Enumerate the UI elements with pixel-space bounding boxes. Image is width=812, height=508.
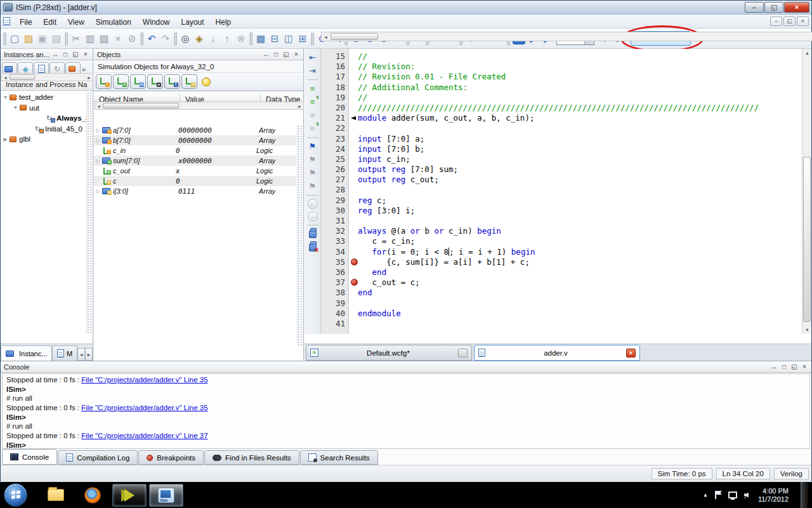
code-line-33[interactable]: 33 c = c_in; — [321, 236, 802, 246]
start-button[interactable] — [4, 483, 27, 507]
object-row-i30[interactable]: ▷Wi[3:0]0111Array — [94, 186, 296, 196]
float-window-icon[interactable]: ⊞ — [296, 32, 310, 46]
code-line-38[interactable]: 38end — [321, 288, 802, 298]
code-line-29[interactable]: 29reg c; — [321, 196, 802, 206]
object-row-c_out[interactable]: Oc_outxLogic — [94, 166, 296, 176]
stop-pan-icon[interactable] — [306, 241, 319, 254]
simulation-time-clock-icon[interactable] — [202, 77, 211, 86]
code-line-15[interactable]: 15// — [321, 51, 802, 62]
tab-default-wcfg-[interactable]: ≈Default.wcfg*× — [306, 345, 472, 361]
tab-instanc[interactable]: Instanc... — [1, 345, 52, 361]
object-row-sum70[interactable]: ▷Osum[7:0]x0000000Array — [94, 156, 296, 166]
prev-tab-button[interactable]: ◄ — [77, 348, 85, 361]
tray-expand-icon[interactable]: ▲ — [703, 492, 708, 498]
code-line-34[interactable]: 34 for(i = 0; i < 8; i = i + 1) begin — [321, 247, 802, 257]
indent-icon[interactable]: ⇥ — [306, 64, 319, 77]
code-line-21[interactable]: 21module adder(sum, c_out, a, b, c_in); — [321, 113, 802, 123]
copy-icon[interactable]: ▥ — [83, 32, 97, 46]
show-desktop-button[interactable] — [801, 482, 808, 508]
filter-inout-button[interactable]: I/O — [130, 74, 146, 89]
float-panel-icon[interactable]: ◱ — [72, 51, 79, 58]
navigate-back-icon[interactable]: ← — [308, 199, 318, 209]
object-row-a70[interactable]: ▷Ia[7:0]00000000Array — [94, 125, 296, 135]
instances-horizontal-scrollbar[interactable]: ◄ ► — [1, 73, 93, 81]
tab-close-icon[interactable]: × — [626, 349, 636, 358]
code-line-16[interactable]: 16// Revision: — [321, 62, 802, 72]
code-line-20[interactable]: 20//////////////////////////////////////… — [321, 103, 802, 113]
tile-horizontal-icon[interactable]: ⊟ — [268, 32, 282, 46]
dock-panel-icon[interactable]: ↔ — [770, 363, 778, 370]
code-line-19[interactable]: 19// — [321, 93, 802, 103]
select-pointer-icon[interactable]: ⊘ — [125, 32, 139, 46]
find-in-files-icon[interactable]: ◈ — [192, 32, 206, 46]
dock-panel-icon[interactable]: ↔ — [262, 51, 270, 58]
toggle-bookmark-icon[interactable]: ⚑ — [306, 140, 319, 153]
code-line-31[interactable]: 31 — [321, 216, 802, 226]
instances-vertical-scroll-strip[interactable] — [86, 92, 93, 334]
code-line-27[interactable]: 27output reg c_out; — [321, 175, 802, 185]
tree-item-uut[interactable]: ▼uut — [1, 103, 86, 114]
taskbar-clock[interactable]: 4:00 PM 11/7/2012 — [758, 487, 789, 504]
open-file-icon[interactable]: ▨ — [22, 32, 36, 46]
float-panel-icon[interactable]: ◱ — [282, 51, 290, 58]
expander-icon[interactable]: ▼ — [2, 95, 9, 100]
code-line-32[interactable]: 32always @(a or b or c_in) begin — [321, 226, 802, 236]
maximize-panel-icon[interactable]: □ — [62, 51, 69, 58]
restore-button[interactable]: ◱ — [764, 2, 783, 13]
minimize-button[interactable]: – — [745, 2, 764, 13]
console-file-link[interactable]: File "C:/projects/adder/adder.v" Line 35 — [81, 404, 207, 411]
editor-horizontal-scrollbar[interactable]: ◄ ► — [321, 32, 812, 41]
code-line-41[interactable]: 41 — [321, 319, 802, 329]
dock-panel-icon[interactable]: ↔ — [51, 51, 59, 58]
tab-close-icon[interactable]: × — [458, 349, 468, 358]
tab-compilation-log[interactable]: Compilation Log — [58, 450, 138, 465]
code-line-25[interactable]: 25input c_in; — [321, 154, 802, 164]
filter-variable-button[interactable]: W — [181, 74, 197, 89]
close-button[interactable]: × — [784, 2, 809, 13]
show-line-numbers-icon[interactable]: ≡ — [306, 82, 319, 95]
object-row-b70[interactable]: ▷Ib[7:0]00000000Array — [94, 135, 296, 145]
code-line-22[interactable]: 22 — [321, 123, 802, 133]
cut-icon[interactable]: ✂ — [69, 32, 83, 46]
taskbar-explorer[interactable] — [39, 484, 73, 507]
tab-breakpoints[interactable]: Breakpoints — [138, 450, 204, 465]
code-line-30[interactable]: 30reg [3:0] i; — [321, 206, 802, 216]
tree-item-Always_32_0[interactable]: ↻Always_32_0 — [1, 113, 86, 124]
maximize-panel-icon[interactable]: □ — [272, 51, 280, 58]
code-line-28[interactable]: 28 — [321, 185, 802, 195]
cascade-windows-icon[interactable]: ▩ — [254, 32, 268, 46]
save-icon[interactable]: ▣ — [36, 32, 49, 46]
expander-icon[interactable]: ▷ — [94, 128, 102, 133]
filter-internal-button[interactable]: ● — [147, 74, 163, 89]
menu-layout[interactable]: Layout — [176, 17, 210, 28]
next-tab-button[interactable]: ► — [85, 348, 93, 361]
object-row-c[interactable]: Wc0Logic — [94, 176, 296, 186]
find-previous-icon[interactable]: ↑ — [220, 32, 234, 46]
taskbar-firefox[interactable] — [75, 484, 110, 507]
tab-find-in-files-results[interactable]: Find in Files Results — [204, 450, 299, 465]
prev-bookmark-icon[interactable]: ⚑ — [306, 166, 319, 180]
filter-input-button[interactable]: I — [96, 74, 112, 89]
mdi-restore-button[interactable]: ◱ — [783, 17, 796, 26]
code-line-24[interactable]: 24input [7:0] b; — [321, 144, 802, 154]
breakpoint-icon[interactable] — [351, 258, 358, 265]
mdi-minimize-button[interactable]: – — [770, 17, 782, 26]
network-icon[interactable] — [728, 491, 737, 498]
float-panel-icon[interactable]: ◱ — [790, 363, 798, 370]
redo-icon[interactable]: ↷ — [159, 32, 173, 46]
code-line-40[interactable]: 40endmodule — [321, 309, 802, 319]
expander-icon[interactable]: ▶ — [2, 137, 9, 142]
pan-hand-icon[interactable] — [306, 227, 319, 241]
close-panel-icon[interactable]: × — [801, 363, 808, 370]
hide-line-numbers-icon[interactable]: ≡ — [306, 109, 319, 122]
close-panel-icon[interactable]: × — [292, 51, 300, 58]
code-line-17[interactable]: 17// Revision 0.01 - File Created — [321, 72, 802, 82]
outdent-icon[interactable]: ⇤ — [306, 51, 319, 64]
delete-icon[interactable]: × — [111, 32, 125, 46]
filter-output-button[interactable]: O — [113, 74, 129, 89]
menu-edit[interactable]: Edit — [37, 17, 62, 28]
new-file-icon[interactable]: ▢ — [8, 32, 22, 46]
toolbar-overflow-icon[interactable]: » — [82, 65, 86, 73]
action-center-flag-icon[interactable] — [715, 491, 721, 499]
tab-adder-v[interactable]: adder.v× — [474, 345, 640, 361]
